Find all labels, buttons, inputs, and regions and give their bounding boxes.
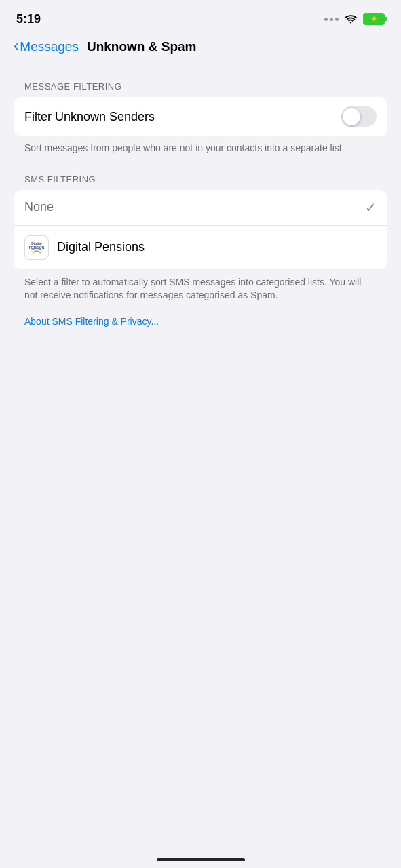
sms-filter-description: Select a filter to automatically sort SM… xyxy=(0,271,401,329)
sms-filtering-card: None ✓ Digital PENSION Digital Pensions xyxy=(14,190,387,269)
svg-text:PENSION: PENSION xyxy=(29,245,45,250)
sms-filtering-privacy-link[interactable]: About SMS Filtering & Privacy... xyxy=(24,316,159,327)
page-title: Unknown & Spam xyxy=(87,39,197,54)
toggle-knob xyxy=(343,108,360,125)
sms-filtering-section-label: SMS FILTERING xyxy=(0,174,401,184)
back-label: Messages xyxy=(20,39,79,54)
status-bar: 5:19 ⚡ xyxy=(0,0,401,34)
sms-filter-description-text: Select a filter to automatically sort SM… xyxy=(24,277,361,301)
back-chevron-icon: ‹ xyxy=(14,39,18,54)
home-indicator xyxy=(157,858,245,861)
filter-option-none[interactable]: None ✓ xyxy=(14,190,387,225)
back-button[interactable]: ‹ Messages xyxy=(14,39,79,54)
filter-unknown-senders-toggle[interactable] xyxy=(341,106,377,127)
status-time: 5:19 xyxy=(16,12,41,26)
digital-pensions-label: Digital Pensions xyxy=(57,240,145,254)
filter-unknown-senders-label: Filter Unknown Senders xyxy=(24,110,155,124)
filter-unknown-senders-row[interactable]: Filter Unknown Senders xyxy=(14,97,387,136)
wifi-icon xyxy=(344,14,358,24)
battery-icon: ⚡ xyxy=(363,13,385,25)
nav-header: ‹ Messages Unknown & Spam xyxy=(0,34,401,65)
filter-digital-pensions-content: Digital PENSION Digital Pensions xyxy=(24,235,145,260)
message-filtering-section-label: MESSAGE FILTERING xyxy=(0,81,401,92)
status-icons: ⚡ xyxy=(324,13,385,25)
digital-pensions-icon: Digital PENSION xyxy=(24,235,49,260)
filter-none-label: None xyxy=(24,200,54,214)
signal-icon xyxy=(324,18,339,21)
filter-option-digital-pensions[interactable]: Digital PENSION Digital Pensions xyxy=(14,225,387,269)
filter-unknown-description: Sort messages from people who are not in… xyxy=(0,136,401,155)
filter-none-checkmark: ✓ xyxy=(365,199,377,216)
message-filtering-card: Filter Unknown Senders xyxy=(14,97,387,136)
